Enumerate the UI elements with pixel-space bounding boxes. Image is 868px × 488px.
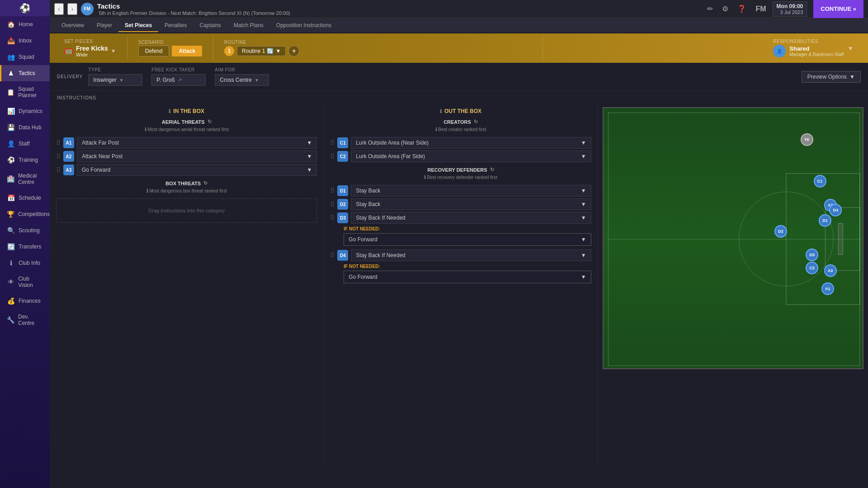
instr-d4-dropdown[interactable]: Stay Back If Needed ▼ — [351, 249, 591, 261]
sidebar-item-home[interactable]: 🏠Home — [0, 16, 50, 33]
resp-avatar: 👤 — [773, 45, 786, 57]
creators-refresh-icon[interactable]: ↻ — [474, 119, 478, 125]
sidebar-item-inbox[interactable]: 📥Inbox — [0, 33, 50, 49]
fm-logo: FM — [753, 5, 769, 13]
player-c1[interactable]: C1 — [814, 175, 826, 188]
player-tk[interactable]: TK — [801, 133, 813, 146]
pitch-panel: TKC1A2D4D1D2D3C2A3A1 — [598, 103, 868, 464]
sidebar-item-data-hub[interactable]: 💾Data Hub — [0, 119, 50, 136]
recovery-rows: ⠿ D1 Stay Back ▼ ⠿ D2 Stay Back ▼ ⠿ D3 S… — [330, 185, 591, 283]
drag-handle[interactable]: ⠿ — [330, 252, 335, 259]
instr-a3-dropdown[interactable]: Go Forward ▼ — [77, 164, 317, 176]
set-pieces-value: Free Kicks — [76, 45, 108, 52]
out-the-box-info-icon[interactable]: ℹ — [440, 108, 442, 114]
instr-a2-dropdown[interactable]: Attack Near Post ▼ — [77, 150, 317, 162]
drag-handle[interactable]: ⠿ — [330, 187, 335, 194]
tactics-icon: ♟ — [7, 70, 15, 77]
drag-handle[interactable]: ⠿ — [56, 153, 61, 160]
scenario-label: SCENARIO — [138, 40, 202, 45]
creator-rows: ⠿ C1 Lurk Outside Area (Near Side) ▼ ⠿ C… — [330, 137, 591, 162]
scenario-attack-button[interactable]: Attack — [172, 46, 202, 56]
club-vision-icon: 👁 — [7, 278, 14, 286]
transfers-icon: 🔄 — [7, 243, 15, 250]
instr-c1-dropdown[interactable]: Lurk Outside Area (Near Side) ▼ — [351, 137, 591, 149]
player-c2[interactable]: C2 — [806, 262, 818, 274]
nav-back-button[interactable]: ‹ — [54, 3, 64, 15]
drag-handle[interactable]: ⠿ — [330, 153, 335, 160]
sidebar-item-staff[interactable]: 👤Staff — [0, 136, 50, 152]
help-icon[interactable]: ⚙ — [719, 3, 731, 15]
set-pieces-sub: Wide — [76, 52, 108, 57]
taker-label: FREE KICK TAKER — [151, 67, 206, 72]
sidebar-item-transfers[interactable]: 🔄Transfers — [0, 239, 50, 255]
recovery-group-d2: ⠿ D2 Stay Back ▼ — [330, 198, 591, 210]
preview-options-button[interactable]: Preview Options ▼ — [802, 71, 861, 83]
sidebar-item-tactics[interactable]: ♟Tactics — [0, 65, 50, 81]
set-pieces-header: SET PIECES 🥅 Free Kicks Wide ▼ SCENARIO … — [50, 33, 868, 63]
if-not-dropdown-d3[interactable]: Go Forward▼ — [344, 233, 591, 246]
edit-icon[interactable]: ✏ — [704, 3, 716, 15]
squad-planner-label: Squad Planner — [18, 86, 44, 99]
drag-handle[interactable]: ⠿ — [56, 139, 61, 146]
player-a3[interactable]: A3 — [824, 264, 837, 277]
instr-c2-dropdown[interactable]: Lurk Outside Area (Far Side) ▼ — [351, 150, 591, 162]
add-routine-button[interactable]: + — [288, 46, 299, 56]
sidebar-item-club-info[interactable]: ℹClub Info — [0, 255, 50, 271]
home-label: Home — [19, 21, 33, 28]
sidebar-item-dynamics[interactable]: 📊Dynamics — [0, 103, 50, 119]
in-the-box-column: ℹ IN THE BOX AERIAL THREATS ↻ ℹ Most dan… — [50, 103, 324, 464]
aim-dropdown[interactable]: Cross Centre ▼ — [215, 74, 269, 86]
scenario-defend-button[interactable]: Defend — [138, 46, 170, 56]
info-icon[interactable]: ❓ — [735, 3, 749, 15]
player-d3[interactable]: D3 — [806, 249, 818, 261]
type-dropdown[interactable]: Inswinger ▼ — [88, 74, 142, 86]
sidebar-item-medical-centre[interactable]: 🏥Medical Centre — [0, 168, 50, 190]
drag-handle[interactable]: ⠿ — [56, 166, 61, 174]
delivery-row: DELIVERY TYPE Inswinger ▼ FREE KICK TAKE… — [50, 63, 868, 91]
subnav-item-match-plans[interactable]: Match Plans — [227, 19, 270, 32]
routine-selector[interactable]: Routine 1 🔄 ▼ — [237, 46, 286, 56]
subnav-item-player[interactable]: Player — [90, 19, 118, 32]
sidebar-item-club-vision[interactable]: 👁Club Vision — [0, 271, 50, 293]
finances-icon: 💰 — [7, 297, 15, 305]
subnav-item-overview[interactable]: Overview — [55, 19, 90, 32]
subnav-item-captains[interactable]: Captains — [193, 19, 227, 32]
instr-d3-dropdown[interactable]: Stay Back If Needed ▼ — [351, 212, 591, 224]
nav-forward-button[interactable]: › — [67, 3, 77, 15]
sidebar-item-scouting[interactable]: 🔍Scouting — [0, 222, 50, 239]
instr-a1-dropdown[interactable]: Attack Far Post ▼ — [77, 137, 317, 149]
box-threats-refresh-icon[interactable]: ↻ — [203, 180, 208, 186]
subnav-item-opposition-instructions[interactable]: Opposition Instructions — [270, 19, 338, 32]
responsibilities-section: RESPONSIBILITIES 👤 Shared Manager & Back… — [547, 39, 861, 57]
instr-d1-dropdown[interactable]: Stay Back ▼ — [351, 185, 591, 197]
sidebar-item-squad-planner[interactable]: 📋Squad Planner — [0, 81, 50, 103]
subnav-item-set-pieces[interactable]: Set Pieces — [118, 19, 158, 32]
sidebar-item-competitions[interactable]: 🏆Competitions — [0, 206, 50, 222]
sidebar-item-dev-centre[interactable]: 🔧Dev. Centre — [0, 309, 50, 331]
drag-handle[interactable]: ⠿ — [330, 139, 335, 146]
player-d2[interactable]: D2 — [774, 225, 787, 238]
resp-expand-icon[interactable]: ▼ — [847, 45, 854, 52]
drag-handle[interactable]: ⠿ — [330, 214, 335, 221]
sidebar-item-training[interactable]: ⚽Training — [0, 152, 50, 168]
sidebar-item-squad[interactable]: 👥Squad — [0, 49, 50, 65]
subnav-item-penalties[interactable]: Penalties — [158, 19, 193, 32]
taker-value-display[interactable]: P. Groß ↗ — [151, 74, 206, 86]
recovery-refresh-icon[interactable]: ↻ — [490, 167, 494, 173]
in-the-box-info-icon[interactable]: ℹ — [169, 108, 170, 114]
sidebar-item-finances[interactable]: 💰Finances — [0, 293, 50, 309]
set-pieces-selector[interactable]: 🥅 Free Kicks Wide ▼ — [64, 45, 116, 57]
continue-button[interactable]: CONTINUE » — [813, 0, 863, 18]
drag-handle[interactable]: ⠿ — [330, 201, 335, 208]
if-not-dropdown-d4[interactable]: Go Forward▼ — [344, 271, 591, 283]
player-a1[interactable]: A1 — [821, 282, 834, 295]
sidebar-item-schedule[interactable]: 📅Schedule — [0, 190, 50, 206]
instr-d2-dropdown[interactable]: Stay Back ▼ — [351, 198, 591, 210]
aerial-refresh-icon[interactable]: ↻ — [208, 119, 212, 125]
set-pieces-section: SET PIECES 🥅 Free Kicks Wide ▼ — [57, 37, 123, 59]
medical-centre-label: Medical Centre — [18, 173, 44, 185]
medical-centre-icon: 🏥 — [7, 175, 14, 183]
staff-icon: 👤 — [7, 140, 15, 147]
player-d1[interactable]: D1 — [819, 214, 831, 227]
player-d4[interactable]: D4 — [829, 204, 842, 216]
